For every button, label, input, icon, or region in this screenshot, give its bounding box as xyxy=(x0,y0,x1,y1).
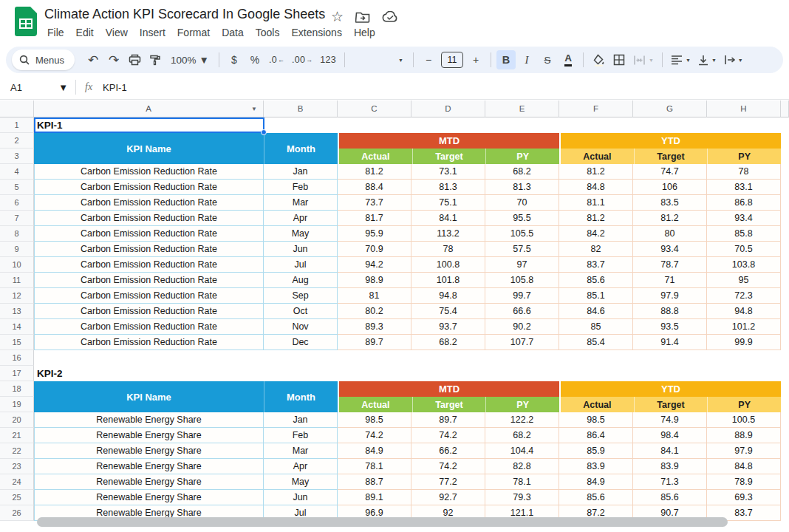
menu-data[interactable]: Data xyxy=(216,24,250,41)
decrease-decimal-button[interactable]: .0← xyxy=(266,50,287,69)
cell-month[interactable]: Mar xyxy=(264,195,338,211)
column-header-partial[interactable] xyxy=(781,100,789,117)
text-color-button[interactable]: A xyxy=(559,50,578,69)
menu-view[interactable]: View xyxy=(100,24,134,41)
cell-value[interactable]: 98.4 xyxy=(633,428,707,443)
cell-kpi-name[interactable]: Carbon Emission Reduction Rate xyxy=(34,304,264,319)
cell-value[interactable]: 84.1 xyxy=(411,211,485,226)
cell-value[interactable]: 85.8 xyxy=(707,226,781,242)
mtd-actual-header[interactable]: Actual xyxy=(339,397,412,412)
cell-value[interactable]: 81.7 xyxy=(338,211,411,226)
cell-value[interactable]: 85.9 xyxy=(559,443,633,459)
row-header-6[interactable]: 6 xyxy=(0,195,34,211)
undo-button[interactable]: ↶ xyxy=(83,50,103,69)
row-header-3[interactable]: 3 xyxy=(0,149,34,164)
cell-value[interactable]: 68.2 xyxy=(485,164,559,180)
menu-format[interactable]: Format xyxy=(171,24,216,41)
column-header-D[interactable]: D xyxy=(411,100,485,117)
column-header-E[interactable]: E xyxy=(485,100,559,117)
borders-button[interactable] xyxy=(609,50,629,69)
cell-month[interactable]: Jan xyxy=(264,164,338,180)
cell-value[interactable]: 75.1 xyxy=(411,195,485,211)
cell-value[interactable]: 101.2 xyxy=(707,319,781,335)
cell-value[interactable]: 74.9 xyxy=(633,412,707,428)
font-size-input[interactable]: 11 xyxy=(441,52,463,68)
row-header-23[interactable]: 23 xyxy=(0,459,34,474)
cell-value[interactable]: 66.6 xyxy=(485,304,559,319)
cell-value[interactable]: 57.5 xyxy=(485,242,559,257)
ytd-target-header[interactable]: Target xyxy=(634,149,708,164)
row-header-20[interactable]: 20 xyxy=(0,412,34,428)
cell-month[interactable]: Jan xyxy=(264,412,338,428)
cell-value[interactable]: 86.8 xyxy=(707,195,781,211)
cell-value[interactable]: 95 xyxy=(707,273,781,288)
row-header-9[interactable]: 9 xyxy=(0,242,34,257)
cell-kpi-name[interactable]: Carbon Emission Reduction Rate xyxy=(34,226,264,242)
cell-value[interactable]: 113.2 xyxy=(411,226,485,242)
cell-value[interactable]: 92.7 xyxy=(411,490,485,505)
cell-kpi-name[interactable]: Carbon Emission Reduction Rate xyxy=(34,211,264,226)
cell-value[interactable]: 84.9 xyxy=(559,474,633,490)
cell-month[interactable]: Dec xyxy=(264,335,338,350)
zoom-dropdown[interactable]: 100%▼ xyxy=(166,50,214,69)
cell-value[interactable]: 84.9 xyxy=(338,443,411,459)
cell-value[interactable]: 84.6 xyxy=(559,304,633,319)
kpi-name-header[interactable]: KPI Name xyxy=(34,381,264,412)
row-header-21[interactable]: 21 xyxy=(0,428,34,443)
cell-month[interactable]: May xyxy=(264,226,338,242)
format-percent-button[interactable]: % xyxy=(245,50,264,69)
row-header-4[interactable]: 4 xyxy=(0,164,34,180)
name-box[interactable]: A1 ▼ xyxy=(0,82,75,93)
decrease-font-size-button[interactable]: − xyxy=(419,50,438,69)
column-header-C[interactable]: C xyxy=(338,100,411,117)
cell-value[interactable]: 122.2 xyxy=(485,412,559,428)
row-header-25[interactable]: 25 xyxy=(0,490,34,505)
row-header-8[interactable]: 8 xyxy=(0,226,34,242)
cell-value[interactable]: 81.2 xyxy=(559,164,633,180)
cell-value[interactable]: 74.2 xyxy=(411,459,485,474)
row-header-2[interactable]: 2 xyxy=(0,133,34,149)
cell-value[interactable]: 105.8 xyxy=(485,273,559,288)
cell-value[interactable]: 72.3 xyxy=(707,288,781,304)
cell-value[interactable]: 94.8 xyxy=(707,304,781,319)
number-format-button[interactable]: 123 xyxy=(317,50,339,69)
cell-month[interactable]: Jul xyxy=(264,257,338,273)
cell-month[interactable]: Aug xyxy=(264,273,338,288)
cell-value[interactable]: 84.8 xyxy=(707,459,781,474)
vertical-align-button[interactable]: ▼ xyxy=(695,50,720,69)
cell-value[interactable]: 68.2 xyxy=(411,335,485,350)
cell-value[interactable]: 81.1 xyxy=(559,195,633,211)
empty-row[interactable] xyxy=(34,350,789,366)
cell-value[interactable]: 93.5 xyxy=(633,319,707,335)
cell-value[interactable]: 73.1 xyxy=(411,164,485,180)
cell-value[interactable]: 93.4 xyxy=(707,211,781,226)
cell-value[interactable]: 93.4 xyxy=(633,242,707,257)
cell-value[interactable]: 84.2 xyxy=(559,226,633,242)
google-sheets-logo[interactable] xyxy=(15,7,37,36)
cell-value[interactable]: 83.9 xyxy=(633,459,707,474)
row-header-24[interactable]: 24 xyxy=(0,474,34,490)
cell-kpi-name[interactable]: Carbon Emission Reduction Rate xyxy=(34,257,264,273)
row-header-12[interactable]: 12 xyxy=(0,288,34,304)
cell-value[interactable]: 81.3 xyxy=(411,180,485,195)
menu-extensions[interactable]: Extensions xyxy=(285,24,347,41)
cell-value[interactable]: 89.7 xyxy=(338,335,411,350)
cell-value[interactable]: 81 xyxy=(338,288,411,304)
row-header-26[interactable]: 26 xyxy=(0,505,34,521)
cell-value[interactable]: 70 xyxy=(485,195,559,211)
menu-edit[interactable]: Edit xyxy=(70,24,100,41)
cell-value[interactable]: 93.7 xyxy=(411,319,485,335)
cell-value[interactable]: 71.3 xyxy=(633,474,707,490)
kpi-name-header[interactable]: KPI Name xyxy=(34,133,264,164)
cell-value[interactable]: 91.4 xyxy=(633,335,707,350)
mtd-py-header[interactable]: PY xyxy=(485,397,559,412)
row-header-5[interactable]: 5 xyxy=(0,180,34,195)
column-header-F[interactable]: F xyxy=(559,100,633,117)
mtd-target-header[interactable]: Target xyxy=(412,149,486,164)
cell-value[interactable]: 83.7 xyxy=(559,257,633,273)
section-label-row[interactable]: KPI-1 xyxy=(34,117,789,133)
font-family-dropdown[interactable]: ▼ xyxy=(350,50,408,69)
month-header[interactable]: Month xyxy=(264,381,338,412)
cell-month[interactable]: Jun xyxy=(264,242,338,257)
month-header[interactable]: Month xyxy=(264,133,338,164)
